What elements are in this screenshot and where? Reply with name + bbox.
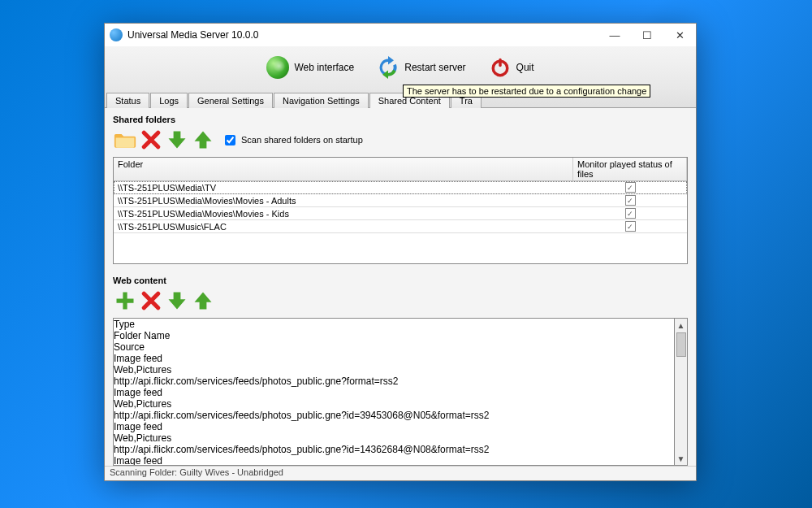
web-interface-button[interactable]: Web interface — [266, 56, 354, 79]
app-icon — [110, 28, 123, 41]
scroll-up-icon[interactable]: ▲ — [677, 319, 685, 332]
col-folder[interactable]: Folder — [114, 158, 573, 180]
type-cell: Image feed — [114, 421, 211, 432]
type-cell: Image feed — [114, 387, 211, 398]
quit-button[interactable]: Quit — [489, 56, 534, 79]
maximize-button[interactable]: ☐ — [631, 24, 663, 46]
col-monitor[interactable]: Monitor played status of files — [573, 158, 687, 180]
status-bar: Scanning Folder: Guilty Wives - Unabridg… — [105, 466, 696, 480]
quit-label: Quit — [516, 62, 534, 73]
tab-general-settings[interactable]: General Settings — [188, 93, 273, 108]
folder-name-cell: Web,Pictures — [114, 364, 211, 376]
tab-logs[interactable]: Logs — [150, 93, 188, 108]
col-type[interactable]: Type — [114, 319, 211, 330]
remove-web-button[interactable] — [139, 289, 163, 313]
web-content-row[interactable]: Image feedWeb,Pictureshttp://api.flickr.… — [114, 387, 674, 421]
folder-cell: \\TS-251PLUS\Media\TV — [114, 183, 573, 193]
monitor-cell[interactable]: ✓ — [573, 182, 687, 193]
web-content-row[interactable]: Image feedWeb,Pictureshttp://picasaweb.g… — [114, 455, 674, 465]
type-cell: Image feed — [114, 455, 211, 465]
shared-folders-table: Folder Monitor played status of files \\… — [113, 157, 688, 264]
move-down-button[interactable] — [165, 128, 189, 152]
scroll-thumb[interactable] — [676, 332, 686, 357]
svg-rect-1 — [499, 59, 502, 67]
toolbar: Web interface Restart server Quit ➤ — [105, 46, 696, 89]
globe-icon — [266, 56, 289, 79]
folder-cell: \\TS-251PLUS\Media\Movies\Movies - Adult… — [114, 196, 573, 206]
titlebar: Universal Media Server 10.0.0 — ☐ ✕ — [105, 24, 696, 46]
app-window: Universal Media Server 10.0.0 — ☐ ✕ Web … — [104, 23, 697, 481]
folder-name-cell: Web,Pictures — [114, 398, 211, 410]
scroll-down-icon[interactable]: ▼ — [677, 452, 685, 465]
shared-folder-row[interactable]: \\TS-251PLUS\Media\TV✓ — [114, 181, 687, 194]
move-up-button[interactable] — [191, 128, 215, 152]
web-scrollbar[interactable]: ▲ ▼ — [675, 318, 688, 466]
restart-server-button[interactable]: Restart server — [377, 56, 465, 79]
folder-cell: \\TS-251PLUS\Media\Movies\Movies - Kids — [114, 209, 573, 219]
power-icon — [489, 56, 512, 79]
scan-on-startup-input[interactable] — [225, 135, 235, 145]
web-content-row[interactable]: Image feedWeb,Pictureshttp://api.flickr.… — [114, 421, 674, 455]
web-content-table: Type Folder Name Source Image feedWeb,Pi… — [113, 318, 688, 466]
scan-on-startup-checkbox[interactable]: Scan shared folders on startup — [222, 132, 363, 148]
web-move-down-button[interactable] — [165, 289, 189, 313]
folder-cell: \\TS-251PLUS\Music\FLAC — [114, 222, 573, 232]
add-folder-button[interactable] — [113, 128, 137, 152]
source-cell: http://api.flickr.com/services/feeds/pho… — [114, 410, 674, 421]
source-cell: http://api.flickr.com/services/feeds/pho… — [114, 376, 674, 387]
web-move-up-button[interactable] — [191, 289, 215, 313]
minimize-button[interactable]: — — [598, 24, 631, 46]
restart-tooltip: The server has to be restarted due to a … — [403, 85, 650, 98]
scan-on-startup-label: Scan shared folders on startup — [241, 135, 363, 145]
content-area: Shared folders Scan shared folders on st… — [105, 108, 696, 466]
source-cell: http://api.flickr.com/services/feeds/pho… — [114, 444, 674, 455]
type-cell: Image feed — [114, 353, 211, 364]
col-folder-name[interactable]: Folder Name — [114, 330, 211, 341]
shared-folder-row[interactable]: \\TS-251PLUS\Music\FLAC✓ — [114, 220, 687, 233]
refresh-icon — [377, 56, 400, 79]
tab-navigation-settings[interactable]: Navigation Settings — [274, 93, 369, 108]
restart-server-label: Restart server — [404, 62, 465, 73]
add-web-button[interactable] — [113, 289, 137, 313]
tab-status[interactable]: Status — [106, 93, 149, 108]
web-interface-label: Web interface — [294, 62, 354, 73]
monitor-cell[interactable]: ✓ — [573, 221, 687, 232]
remove-folder-button[interactable] — [139, 128, 163, 152]
monitor-cell[interactable]: ✓ — [573, 208, 687, 219]
web-content-row[interactable]: Image feedWeb,Pictureshttp://api.flickr.… — [114, 353, 674, 387]
col-source[interactable]: Source — [114, 341, 674, 353]
close-button[interactable]: ✕ — [663, 24, 696, 46]
web-content-title: Web content — [113, 272, 688, 287]
shared-folder-row[interactable]: \\TS-251PLUS\Media\Movies\Movies - Kids✓ — [114, 207, 687, 220]
monitor-cell[interactable]: ✓ — [573, 195, 687, 206]
folder-name-cell: Web,Pictures — [114, 432, 211, 444]
window-title: Universal Media Server 10.0.0 — [127, 29, 598, 41]
shared-folders-title: Shared folders — [113, 111, 688, 126]
shared-folder-row[interactable]: \\TS-251PLUS\Media\Movies\Movies - Adult… — [114, 194, 687, 207]
